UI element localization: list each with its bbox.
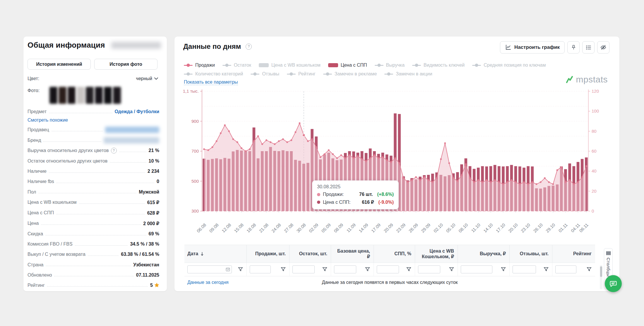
support-chat-button[interactable]	[605, 275, 622, 292]
legend-item[interactable]: Цена с WB кошельком	[259, 63, 321, 68]
filter-input[interactable]	[555, 265, 576, 273]
photo-thumbnail[interactable]	[68, 87, 76, 104]
filter-funnel-icon[interactable]	[587, 267, 592, 272]
legend-marker-line	[384, 74, 393, 75]
info-row: СтранаУзбекистан	[28, 262, 159, 268]
legend-label: Цена с СПП	[341, 63, 367, 68]
info-row: ПолМужской	[28, 189, 159, 195]
filter-input[interactable]	[250, 265, 271, 273]
hide-chart-button[interactable]	[597, 41, 609, 54]
column-header[interactable]: СПП, %	[374, 245, 415, 263]
legend-item[interactable]: Средняя позиция по ключам	[472, 63, 546, 68]
tooltip-date: 30.08.2025	[317, 184, 394, 189]
tooltip-series-value: 616 ₽	[355, 199, 374, 205]
show-all-parameters-link[interactable]: Показать все параметры	[184, 80, 238, 85]
photo-thumbnail[interactable]	[95, 87, 103, 104]
filter-funnel-icon[interactable]	[281, 267, 286, 272]
filter-input[interactable]	[187, 265, 232, 273]
table-scrollbar[interactable]	[600, 265, 602, 289]
filter-funnel-icon[interactable]	[365, 267, 370, 272]
color-label: Цвет:	[28, 76, 39, 81]
list-button[interactable]	[582, 41, 595, 54]
info-value: Мужской	[139, 189, 159, 195]
seller-label: Продавец	[28, 127, 49, 132]
photo-thumbnail[interactable]	[49, 87, 57, 104]
filter-input[interactable]	[418, 265, 440, 273]
info-value: 2 000 ₽	[143, 221, 159, 226]
scrollbar-thumb[interactable]	[600, 266, 602, 277]
legend-item[interactable]: Продажи	[184, 63, 215, 68]
legend-item[interactable]: Выручка	[375, 63, 405, 68]
view-similar-link[interactable]: Смотреть похожие	[28, 118, 68, 123]
photo-thumbnail[interactable]	[59, 87, 66, 104]
svg-text:30.08: 30.08	[295, 222, 307, 234]
svg-text:04.11: 04.11	[570, 222, 581, 233]
line-chart-icon	[505, 44, 511, 51]
history-photo-button[interactable]: История фото	[94, 59, 157, 70]
help-icon[interactable]: ?	[246, 44, 252, 50]
legend-item[interactable]: Отзывы	[251, 71, 279, 77]
filter-funnel-icon[interactable]	[501, 267, 506, 272]
legend-item[interactable]: Рейтинг	[287, 71, 316, 77]
legend-label: Выручка	[386, 63, 405, 68]
filter-input[interactable]	[461, 265, 492, 273]
photo-thumbnail[interactable]	[77, 87, 85, 104]
legend-item[interactable]: Цена с СПП	[328, 63, 367, 68]
filter-funnel-icon[interactable]	[544, 267, 549, 272]
column-header[interactable]: Выручка, ₽	[458, 245, 509, 263]
filter-funnel-icon[interactable]	[238, 267, 243, 272]
filter-input[interactable]	[377, 265, 399, 273]
column-header[interactable]: Продажи, шт.	[246, 245, 289, 263]
legend-item[interactable]: Видимость ключей	[412, 63, 465, 68]
legend-marker-line	[287, 74, 296, 75]
configure-chart-button[interactable]: Настроить график	[500, 41, 565, 54]
blurred-brand-link[interactable]	[104, 137, 159, 144]
panel-title: Общая информация	[28, 41, 105, 50]
svg-text:09.08: 09.08	[208, 222, 220, 234]
info-value: 10 %	[149, 158, 159, 164]
item-category-link[interactable]: Одежда / Футболки	[115, 109, 159, 114]
info-row: Выручка относительно других цветов?21 %	[28, 148, 159, 153]
column-header[interactable]: Остаток, шт.	[289, 245, 331, 263]
pin-button[interactable]	[567, 41, 580, 54]
filter-funnel-icon[interactable]	[449, 267, 454, 272]
filter-funnel-icon[interactable]	[322, 267, 327, 272]
history-changes-button[interactable]: История изменений	[28, 59, 91, 70]
brand-label: Бренд	[28, 138, 41, 143]
table-today-row: Данные за сегодня Данные за сегодня появ…	[184, 276, 595, 289]
color-select[interactable]: черный	[136, 76, 158, 81]
column-header[interactable]: Дата	[184, 245, 246, 263]
filter-input[interactable]	[292, 265, 315, 273]
svg-text:23.10: 23.10	[520, 222, 531, 234]
photo-thumbnail[interactable]	[86, 87, 94, 104]
dotted-leader	[79, 203, 145, 204]
legend-item[interactable]: Количество категорий	[184, 71, 243, 77]
filter-funnel-icon[interactable]	[406, 267, 411, 272]
filter-cell	[458, 263, 509, 276]
column-header[interactable]: Цена с WB Кошельком, ₽	[415, 245, 458, 263]
chart-area[interactable]: 1,1 тыс.90070050030002040608010012006.08…	[187, 88, 603, 234]
legend-item[interactable]: Замечен в акции	[384, 71, 432, 77]
info-value: Узбекистан	[133, 262, 159, 268]
dotted-leader	[45, 235, 146, 235]
column-header[interactable]: Рейтинг	[552, 245, 595, 263]
column-header[interactable]: Отзывы, шт.	[509, 245, 552, 263]
tooltip-series-label: Цена с СПП:	[323, 200, 353, 205]
legend-item[interactable]: Замечен в рекламе	[323, 71, 377, 77]
filter-cell	[289, 263, 331, 276]
photo-thumbnail[interactable]	[113, 87, 121, 104]
help-icon[interactable]: ?	[111, 148, 117, 153]
info-rows: Выручка относительно других цветов?21 %О…	[28, 148, 159, 288]
svg-text:08.10: 08.10	[458, 222, 469, 234]
info-label: Цена с WB кошельком	[28, 200, 77, 205]
svg-text:120: 120	[592, 89, 599, 94]
filter-input[interactable]	[334, 265, 356, 273]
blurred-seller-link[interactable]	[105, 127, 159, 133]
filter-input[interactable]	[513, 265, 536, 273]
legend-item[interactable]: Остаток	[222, 63, 251, 68]
svg-text:02.09: 02.09	[308, 222, 319, 234]
svg-text:06.08: 06.08	[196, 222, 207, 234]
column-header[interactable]: Базовая цена, ₽	[331, 245, 374, 263]
photo-thumbnail[interactable]	[104, 87, 112, 104]
svg-text:08.09: 08.09	[333, 222, 344, 234]
